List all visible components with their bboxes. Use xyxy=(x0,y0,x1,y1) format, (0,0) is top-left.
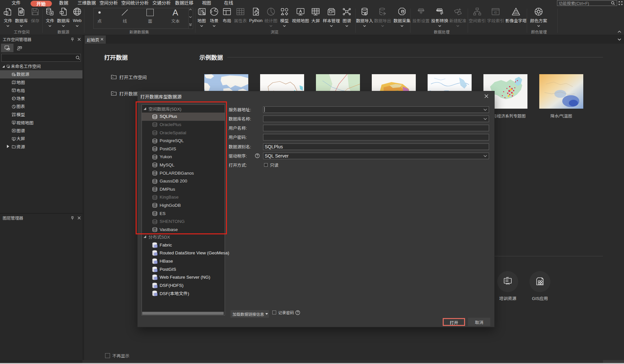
svg-text:ID: ID xyxy=(494,11,497,14)
